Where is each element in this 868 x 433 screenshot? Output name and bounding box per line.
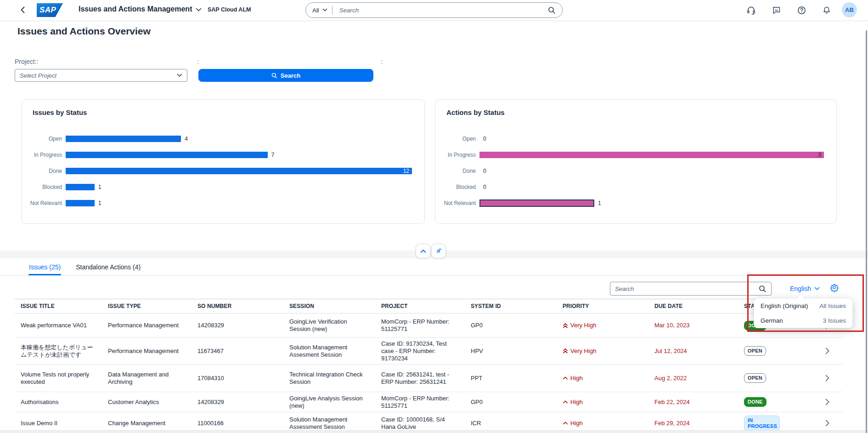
column-header[interactable]: SO NUMBER	[192, 303, 283, 309]
app-title[interactable]: Issues and Actions Management	[79, 5, 192, 13]
priority-arrow-icon	[563, 420, 568, 426]
language-selector-label: English	[790, 285, 811, 292]
search-scope-chevron-down-icon[interactable]	[322, 8, 327, 12]
table-search-input[interactable]	[610, 282, 772, 296]
chart-category-label: In Progress	[25, 152, 62, 158]
horizontal-scrollbar-track[interactable]	[0, 430, 868, 433]
priority-label: Very High	[570, 322, 596, 329]
priority-label: High	[570, 375, 583, 382]
chart-bar[interactable]	[66, 200, 95, 206]
table-row[interactable]: Weak performance VA01 Performance Manage…	[15, 313, 843, 338]
issue-title-cell: Authorisations	[15, 399, 102, 406]
search-scope-selector[interactable]: All	[312, 7, 319, 14]
column-header[interactable]: SESSION	[283, 303, 375, 309]
chart-value-label: 4	[185, 136, 188, 142]
table-row[interactable]: Authorisations Customer Analytics 142083…	[15, 392, 843, 412]
system-id-cell: ICR	[465, 420, 557, 427]
column-header[interactable]: PROJECT	[375, 303, 465, 309]
chart-value-label: 1	[598, 200, 601, 206]
back-icon[interactable]	[19, 6, 27, 14]
chart-category-label: Blocked	[439, 184, 476, 190]
language-menu-item[interactable]: German3 Issues	[754, 313, 852, 328]
header-icon-group	[746, 0, 831, 20]
column-header[interactable]: PRIORITY	[557, 303, 648, 309]
table-settings-gear-icon[interactable]	[829, 283, 839, 292]
row-chevron-right-icon[interactable]	[812, 420, 843, 427]
chart-bar[interactable]	[66, 136, 181, 142]
chart-bar[interactable]	[479, 199, 594, 207]
issues-by-status-chart: Issues by Status Open4In Progress7Done12…	[21, 99, 425, 224]
shell-header: SAP Issues and Actions Management SAP Cl…	[0, 0, 868, 20]
chart-category-label: Open	[439, 136, 476, 142]
column-header[interactable]: ISSUE TITLE	[15, 303, 102, 309]
priority-label: High	[570, 399, 583, 406]
priority-cell: High	[557, 420, 648, 427]
table-row[interactable]: 本稼働を想定したボリュームテストが未計画です Performance Manag…	[15, 338, 843, 365]
collapse-header-button[interactable]	[416, 244, 430, 258]
chart-value-label: 12	[403, 168, 409, 174]
chart-bar[interactable]: 12	[66, 168, 412, 174]
chart-value-label: 1	[98, 200, 101, 206]
issue-type-cell: Performance Management	[102, 348, 192, 355]
table-row[interactable]: Volume Tests not properly executed Data …	[15, 365, 843, 392]
column-header[interactable]: ISSUE TYPE	[102, 303, 192, 309]
vertical-scrollbar[interactable]	[866, 30, 867, 433]
issue-type-cell: Data Management and Archiving	[102, 371, 192, 386]
so-number-cell: 11673467	[192, 348, 283, 355]
language-menu-item-label: English (Original)	[761, 302, 808, 309]
issue-title-cell: 本稼働を想定したボリュームテストが未計画です	[15, 344, 102, 359]
search-icon[interactable]	[548, 6, 556, 14]
notifications-bell-icon[interactable]	[822, 6, 831, 15]
filter-colon-2: :	[381, 58, 383, 65]
global-search[interactable]: All	[305, 2, 563, 18]
chart-category-label: Open	[25, 136, 62, 142]
chart-bar[interactable]	[66, 184, 95, 190]
status-cell: DONE	[738, 397, 812, 407]
column-header[interactable]: DUE DATE	[648, 303, 738, 309]
issue-type-cell: Change Management	[102, 420, 192, 427]
session-cell: GoingLive Verification Session (new)	[283, 318, 375, 333]
pushpin-icon	[435, 247, 442, 255]
tab-standalone-actions[interactable]: Standalone Actions (4)	[76, 258, 141, 275]
row-chevron-right-icon[interactable]	[812, 348, 843, 354]
search-button[interactable]: Search	[198, 69, 373, 82]
chart-category-label: Blocked	[25, 184, 62, 190]
help-icon[interactable]	[797, 6, 806, 15]
column-header[interactable]: SYSTEM ID	[465, 303, 557, 309]
tab-issues[interactable]: Issues (25)	[29, 258, 61, 275]
priority-label: High	[570, 420, 583, 427]
language-selector[interactable]: English	[790, 282, 820, 296]
chart-value-label: 0	[483, 168, 486, 174]
row-chevron-right-icon[interactable]	[812, 399, 843, 405]
global-search-input[interactable]	[338, 6, 548, 14]
so-number-cell: 14208329	[192, 322, 283, 329]
chart-value-label: 3	[818, 152, 821, 158]
issue-type-cell: Customer Analytics	[102, 399, 192, 406]
project-cell: MomCorp - ERP Number: 51125771	[375, 318, 465, 333]
app-title-chevron-down-icon[interactable]	[196, 8, 202, 12]
chart-value-label: 0	[483, 136, 486, 142]
language-menu-item-count: 3 Issues	[823, 317, 846, 324]
actions-by-status-chart: Actions by Status Open0In Progress3Done0…	[435, 99, 837, 224]
feedback-chat-icon[interactable]	[772, 6, 781, 15]
issue-title-cell: Issue Demo II	[15, 420, 102, 427]
chart-bar[interactable]: 3	[479, 152, 824, 158]
status-cell: OPEN	[738, 373, 812, 383]
language-menu-item[interactable]: English (Original)All Issues	[754, 298, 852, 313]
row-chevron-right-icon[interactable]	[812, 375, 843, 382]
table-search-icon[interactable]	[759, 285, 767, 293]
due-date-cell: Jul 12, 2024	[648, 348, 738, 355]
due-date-cell: Mar 10, 2023	[648, 322, 738, 329]
due-date-cell: Feb 22, 2024	[648, 399, 738, 406]
pin-header-button[interactable]	[431, 244, 446, 258]
project-select[interactable]: Select Project	[15, 69, 187, 82]
user-avatar[interactable]: AB	[842, 2, 857, 17]
session-cell: Technical Integration Check Session	[283, 371, 375, 386]
chart-category-label: Not Relevant	[25, 200, 62, 206]
status-cell: OPEN	[738, 346, 812, 356]
chart-bar[interactable]	[66, 152, 268, 158]
so-number-cell: 11000166	[192, 420, 283, 427]
headset-icon[interactable]	[746, 6, 756, 15]
language-menu-item-label: German	[761, 317, 783, 324]
chart-value-label: 0	[483, 184, 486, 190]
